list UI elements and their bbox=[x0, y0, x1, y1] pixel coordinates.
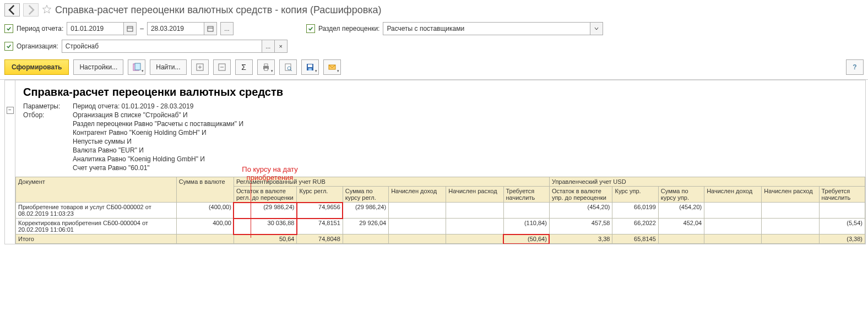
save-button[interactable]: ▾ bbox=[301, 59, 319, 75]
svg-rect-16 bbox=[308, 64, 312, 67]
org-picker-button[interactable]: ... bbox=[262, 40, 275, 53]
th: Требуется начислить bbox=[503, 187, 549, 203]
date-from-picker-button[interactable] bbox=[124, 22, 137, 35]
report-margin: − bbox=[4, 80, 15, 244]
favorite-star-icon[interactable] bbox=[42, 4, 52, 16]
date-from-input[interactable]: 01.01.2019 bbox=[67, 22, 124, 35]
svg-rect-10 bbox=[264, 64, 268, 66]
cell: 30 036,88 bbox=[234, 219, 297, 234]
cell bbox=[446, 219, 503, 234]
filter-line: Счет учета Равно "60.01" bbox=[73, 163, 858, 172]
expand-button[interactable] bbox=[191, 59, 209, 75]
th: Сумма по курсу регл. bbox=[343, 187, 388, 203]
org-checkbox[interactable] bbox=[4, 42, 13, 51]
filter-key: Отбор: bbox=[23, 111, 73, 172]
email-button[interactable]: ▾ bbox=[323, 59, 341, 75]
cell bbox=[389, 203, 446, 219]
th-sum: Сумма в валюте bbox=[176, 177, 234, 203]
cell bbox=[343, 234, 388, 244]
cell: 400,00 bbox=[176, 219, 234, 234]
th: Курс упр. bbox=[612, 187, 658, 203]
cell bbox=[704, 203, 762, 219]
date-to-picker-button[interactable] bbox=[204, 22, 217, 35]
total-row: Итого 50,64 74,8048 (50,64) 3,38 65,8145… bbox=[16, 234, 865, 244]
cell: (454,20) bbox=[549, 203, 612, 219]
collapse-button[interactable] bbox=[213, 59, 231, 75]
filter-line: Организация В списке "Стройснаб" И bbox=[73, 111, 858, 119]
filter-line: Аналитика Равно "Koenig Holding GmbH" И bbox=[73, 155, 858, 163]
find-button-label: Найти... bbox=[156, 63, 180, 71]
cell: 29 926,04 bbox=[343, 219, 388, 234]
cell bbox=[762, 219, 819, 234]
settings-variants-button[interactable]: ▾ bbox=[128, 59, 145, 75]
toolbar: Сформировать Настройки... ▾ Найти... Σ ▾… bbox=[0, 55, 868, 80]
th-reg-group: Регламентированный учет RUB bbox=[234, 177, 549, 187]
nav-forward-button[interactable] bbox=[23, 3, 39, 17]
page-title: Справка-расчет переоценки валютных средс… bbox=[55, 4, 382, 16]
org-label: Организация: bbox=[17, 42, 58, 50]
filter-line: Раздел переоценки Равно "Расчеты с поста… bbox=[73, 119, 858, 128]
cell: Приобретение товаров и услуг СБ00-000002… bbox=[16, 203, 177, 219]
th: Начислен расход bbox=[446, 187, 503, 203]
find-button[interactable]: Найти... bbox=[150, 59, 186, 75]
period-label: Период отчета: bbox=[17, 25, 63, 32]
cell: 74,8151 bbox=[297, 219, 343, 234]
cell: (50,64) bbox=[503, 234, 549, 244]
section-label: Раздел переоценки: bbox=[318, 25, 380, 32]
table-row[interactable]: Корректировка приобретения СБ00-000004 о… bbox=[16, 219, 865, 234]
cell: (3,38) bbox=[819, 234, 865, 244]
svg-marker-0 bbox=[43, 5, 51, 13]
th: Требуется начислить bbox=[819, 187, 865, 203]
report-title: Справка-расчет переоценки валютных средс… bbox=[15, 80, 865, 102]
section-dropdown-button[interactable] bbox=[590, 22, 603, 35]
sum-button[interactable]: Σ bbox=[235, 59, 253, 75]
cell: (29 986,24) bbox=[234, 203, 297, 219]
cell: 66,0199 bbox=[612, 203, 658, 219]
period-picker-button[interactable]: ... bbox=[220, 22, 234, 35]
annotation-line bbox=[251, 183, 251, 238]
collapse-toggle[interactable]: − bbox=[7, 107, 14, 114]
cell bbox=[389, 234, 446, 244]
date-to-input[interactable]: 28.03.2019 bbox=[147, 22, 204, 35]
cell: Итого bbox=[16, 234, 177, 244]
th: Остаток в валюте упр. до переоценки bbox=[549, 187, 612, 203]
cell: (110,84) bbox=[503, 219, 549, 234]
th: Начислен расход bbox=[762, 187, 819, 203]
cell bbox=[704, 219, 762, 234]
th: Сумма по курсу упр. bbox=[658, 187, 704, 203]
section-checkbox[interactable] bbox=[306, 24, 315, 33]
svg-rect-1 bbox=[127, 26, 133, 31]
print-button[interactable]: ▾ bbox=[257, 59, 275, 75]
nav-back-button[interactable] bbox=[4, 3, 20, 17]
section-select[interactable]: Расчеты с поставщиками bbox=[383, 22, 590, 35]
period-checkbox[interactable] bbox=[4, 24, 13, 33]
cell bbox=[819, 203, 865, 219]
date-dash: – bbox=[140, 25, 144, 32]
generate-button[interactable]: Сформировать bbox=[4, 59, 69, 75]
cell bbox=[658, 234, 704, 244]
svg-rect-17 bbox=[308, 68, 312, 70]
cell: 74,8048 bbox=[297, 234, 343, 244]
org-input[interactable]: Стройснаб bbox=[62, 40, 262, 53]
sigma-icon: Σ bbox=[241, 63, 246, 72]
table-row[interactable]: Приобретение товаров и услуг СБ00-000002… bbox=[16, 203, 865, 219]
help-button[interactable]: ? bbox=[846, 59, 864, 75]
settings-button-label: Настройки... bbox=[79, 63, 117, 71]
settings-button[interactable]: Настройки... bbox=[73, 59, 123, 75]
cell bbox=[389, 219, 446, 234]
cell: 50,64 bbox=[234, 234, 297, 244]
th: Остаток в валюте регл. до переоценки bbox=[234, 187, 297, 203]
cell: 66,2022 bbox=[612, 219, 658, 234]
svg-rect-11 bbox=[264, 68, 268, 70]
org-clear-button[interactable]: × bbox=[275, 40, 287, 53]
cell: (5,54) bbox=[819, 219, 865, 234]
report-table: Документ Сумма в валюте Регламентированн… bbox=[15, 177, 865, 244]
params-key: Параметры: bbox=[23, 102, 73, 111]
preview-button[interactable] bbox=[279, 59, 297, 75]
th: Начислен доход bbox=[389, 187, 446, 203]
report-params: Параметры: Период отчета: 01.01.2019 - 2… bbox=[15, 102, 865, 177]
params-period: Период отчета: 01.01.2019 - 28.03.2019 bbox=[73, 102, 858, 111]
th-mgmt-group: Управленческий учет USD bbox=[549, 177, 865, 187]
th-doc: Документ bbox=[16, 177, 177, 203]
cell bbox=[503, 203, 549, 219]
